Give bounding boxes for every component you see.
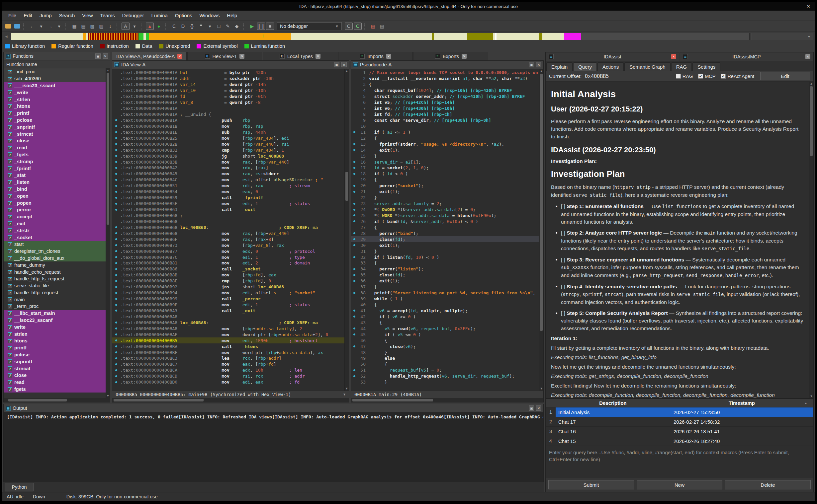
asm-line[interactable]: .text:0000000000400BB5 mov edi, 1F90h ; … [112, 337, 344, 343]
asm-line[interactable]: .text:0000000000400B39 jg short loc_400B… [112, 153, 344, 159]
tab-local-types[interactable]: OLocal Types✕ [263, 52, 337, 60]
menu-search[interactable]: Search [55, 11, 79, 20]
menu-file[interactable]: File [5, 11, 20, 20]
function-list-item[interactable]: f_strncat [4, 130, 106, 137]
asm-line[interactable]: .text:0000000000400BC3 lea rcx, [rbp+add… [112, 355, 344, 361]
remote-c-run-icon[interactable]: C [354, 23, 362, 30]
function-list-item[interactable]: f_accept [4, 213, 106, 220]
asm-line[interactable]: .text:0000000000400B9E mov edi, 1 ; stat… [112, 302, 344, 308]
navband-segment[interactable] [564, 33, 581, 40]
function-list-item[interactable]: fhandle_echo_request [4, 268, 106, 275]
pseudocode-line[interactable]: 4 char request_buf[1024]; // [rsp+10h] [… [351, 88, 539, 94]
ida-view-hscrollbar[interactable] [112, 398, 349, 402]
function-list-item[interactable]: f_strlen [4, 96, 106, 103]
pseudocode-line[interactable]: 28 perror("bind"); [351, 230, 539, 236]
pseudocode-float-icon[interactable]: ▣ [529, 62, 534, 67]
select-region-icon[interactable]: □ [215, 23, 223, 30]
chat-col-description[interactable]: Description [556, 399, 670, 407]
functions-float-icon[interactable]: ▣ [95, 53, 101, 59]
quotes-icon[interactable]: ❝ [197, 23, 205, 30]
pseudocode-line[interactable]: 22 } [351, 195, 539, 201]
chat-history-row[interactable]: 3Chat 162026-02-26 18:51:41 [546, 427, 813, 436]
menu-teams[interactable]: Teams [97, 11, 118, 20]
navband-segment[interactable] [146, 33, 149, 40]
function-list-item[interactable]: f___isoc23_sscanf [4, 82, 106, 89]
pseudocode-line[interactable]: 10 [351, 123, 539, 129]
pseudocode-line[interactable]: 30 exit(1); [351, 242, 539, 248]
jump-segment-icon[interactable]: ▧ [88, 23, 96, 30]
pseudocode-line[interactable]: 41 v6 = accept(fd, nullptr, nullptr); [351, 308, 539, 314]
asm-line[interactable]: .text:0000000000400B1A ; __unwind { [112, 111, 344, 117]
asm-line[interactable]: .text:0000000000400B1A fd = dword ptr -0… [112, 94, 344, 100]
struct-c-icon[interactable]: Ⅽ [170, 23, 178, 30]
idassist-chat-content[interactable]: Initial AnalysisUser (2026-02-27 20:15:2… [546, 82, 809, 398]
asm-line[interactable]: .text:0000000000400B51 mov rdi, rax ; st… [112, 183, 344, 189]
asm-line[interactable]: .text:0000000000400B32 cmp [rbp+var_434]… [112, 147, 344, 153]
asm-line[interactable]: .text:0000000000400B1A [112, 106, 344, 111]
checkbox-rag[interactable]: RAG [676, 74, 693, 79]
pseudocode-line[interactable]: 19 { [351, 177, 539, 183]
navband-segment[interactable] [11, 33, 83, 40]
pseudocode-line[interactable]: 11 if ( a1 <= 1 ) [351, 129, 539, 135]
function-list-item[interactable]: f_socket [4, 234, 106, 241]
pseudocode-line[interactable]: 35 close(fd); [351, 272, 539, 278]
asm-line[interactable]: .text:0000000000400BBF mov word ptr [rbp… [112, 349, 344, 355]
menu-jump[interactable]: Jump [36, 11, 55, 20]
asm-line[interactable]: .text:0000000000400BC7 mov eax, [rbp+fd] [112, 361, 344, 367]
asm-line[interactable]: .text:0000000000400B1A var_14 = dword pt… [112, 82, 344, 88]
asm-line[interactable]: .text:0000000000400BCD mov rsi, rcx ; ad… [112, 373, 344, 379]
nav-forward-icon[interactable]: → [46, 23, 54, 30]
pseudocode-line[interactable]: 16 serve_dir = a2[1]; [351, 159, 539, 165]
menu-view[interactable]: View [78, 11, 96, 20]
pseudocode-line[interactable]: 27 { [351, 224, 539, 230]
asm-line[interactable]: .text:0000000000400B99 call _perror [112, 296, 344, 302]
pseudocode-line[interactable]: 5 struct sockaddr server_addr; // [rsp+4… [351, 94, 539, 100]
debug-stop-icon[interactable]: ■ [266, 23, 274, 30]
window-close-icon[interactable]: ✕ [806, 4, 810, 9]
navband-segment[interactable] [581, 33, 749, 40]
pseudocode-close-icon[interactable]: ✕ [536, 62, 541, 67]
pseudocode-line[interactable]: 39 while ( 1 ) [351, 296, 539, 302]
pseudocode-line[interactable]: 32 if ( listen(fd, 10) < 0 ) [351, 254, 539, 260]
ida-view-float-icon[interactable]: ▣ [334, 62, 339, 67]
function-list-item[interactable]: fstrncat [4, 365, 106, 372]
submit-button[interactable]: Submit [548, 480, 634, 489]
pseudocode-line[interactable]: 37 } [351, 284, 539, 290]
jump-name-icon[interactable]: ▤ [79, 23, 87, 30]
jump-down-icon[interactable]: ↓ [106, 23, 114, 30]
navband-segment[interactable] [539, 33, 542, 40]
pseudocode-line[interactable]: 51 request_buf[v5] = 0; [351, 367, 539, 373]
function-list-item[interactable]: f_write [4, 89, 106, 96]
nav-back-dropdown-icon[interactable]: ▾ [37, 23, 45, 30]
python-cli-button[interactable]: Python [5, 483, 34, 491]
pseudocode-line[interactable]: 48 } [351, 349, 539, 355]
function-list-item[interactable]: f_htons [4, 103, 106, 110]
asm-line[interactable]: .text:0000000000400B73 mov [rbp+var_8], … [112, 242, 344, 248]
output-log[interactable]: [IDAssist] INFO: Action application comp… [4, 412, 543, 482]
function-list-item[interactable]: fclose [4, 372, 106, 379]
lumina-icon[interactable]: ● [155, 23, 163, 30]
pseudocode-line[interactable]: 45 if ( v5 <= 0 ) [351, 331, 539, 337]
function-list-item[interactable]: fsnprintf [4, 358, 106, 365]
asm-line[interactable]: .text:0000000000400B3B mov rax, [rbp+var… [112, 159, 344, 165]
function-list-item[interactable]: fstart [4, 241, 106, 248]
function-list-item[interactable]: fprintf [4, 344, 106, 351]
idassist-content-scrollbar[interactable]: ▲ ▼ [809, 82, 813, 398]
pseudocode-line[interactable]: 15 } [351, 153, 539, 159]
tab-close-icon[interactable]: ✕ [240, 54, 245, 59]
asm-line[interactable]: .text:0000000000400B25 mov [rbp+var_434]… [112, 135, 344, 141]
script-list-icon[interactable]: ▤ [378, 23, 386, 30]
pseudocode-line[interactable]: 8 int fd; // [rsp+434h] [rbp-Ch] [351, 111, 539, 117]
tab-imports[interactable]: ≡Imports✕ [338, 52, 413, 60]
tab-close-icon[interactable]: ✕ [316, 54, 321, 59]
pseudocode-line[interactable]: 34 perror("listen"); [351, 266, 539, 272]
functions-hscrollbar[interactable] [4, 398, 110, 402]
function-list-item[interactable]: fhandle_http_ls_request [4, 275, 106, 282]
asm-line[interactable]: .text:0000000000400B68 ; ---------------… [112, 213, 344, 219]
pseudocode-line[interactable]: 2void __fastcall __noreturn main(int a1,… [351, 76, 539, 82]
asm-line[interactable]: .text:0000000000400B92 jns short loc_400… [112, 284, 344, 290]
pseudocode-line[interactable]: 44 v5 = read(v6, request_buf, 0x3FFu); [351, 325, 539, 331]
save-icon[interactable] [13, 23, 21, 30]
function-list-item[interactable]: fstrlen [4, 330, 106, 337]
pseudocode-line[interactable]: 9 const char *serve_dir; // [rsp+438h] [… [351, 117, 539, 123]
